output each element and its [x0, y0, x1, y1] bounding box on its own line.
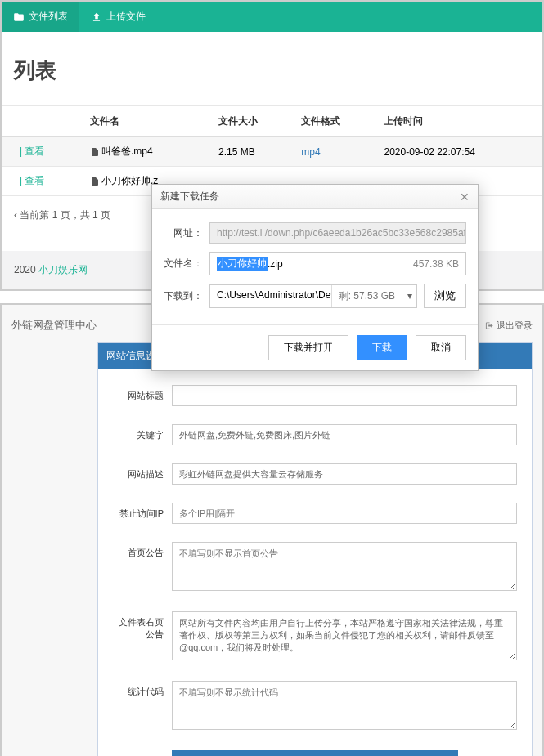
- col-uploaded: 上传时间: [377, 106, 542, 137]
- nav-upload-label: 上传文件: [106, 10, 146, 24]
- filename-input[interactable]: 小刀你好帅.zip 457.38 KB: [209, 252, 466, 275]
- notice-input[interactable]: [172, 542, 517, 591]
- keywords-input[interactable]: [172, 424, 517, 445]
- dest-remaining: 剩: 57.53 GB: [331, 285, 402, 307]
- upload-icon: [91, 11, 102, 23]
- download-modal: 新建下载任务 ✕ 网址： http://test.l /down.php/c6a…: [151, 184, 479, 371]
- top-nav: 文件列表 上传文件: [0, 0, 544, 32]
- file-uploaded: 2020-09-02 22:07:54: [377, 137, 542, 167]
- filename-highlight: 小刀你好帅: [217, 257, 268, 271]
- admin-section: 外链网盘管理中心 后台首页 文件管理 系统设置▾ 退出登录 网站信息设置: [0, 303, 544, 756]
- col-size: 文件大小: [212, 106, 294, 137]
- filename-size: 457.38 KB: [407, 258, 459, 270]
- browse-button[interactable]: 浏览: [424, 284, 466, 308]
- logout-icon: [485, 321, 494, 330]
- download-button[interactable]: 下载: [357, 335, 407, 360]
- dest-path: C:\Users\Administrator\Desktop: [210, 285, 331, 307]
- footer-site-link[interactable]: 小刀娱乐网: [38, 264, 88, 275]
- file-name: 叫爸爸.mp4: [101, 145, 153, 157]
- rightnotice-label: 文件表右页公告: [113, 611, 164, 663]
- file-format[interactable]: mp4: [301, 146, 320, 158]
- cancel-button[interactable]: 取消: [416, 335, 466, 360]
- filename-ext: .zip: [268, 258, 283, 270]
- close-icon[interactable]: ✕: [460, 190, 470, 204]
- statcode-input[interactable]: [172, 681, 517, 730]
- file-icon: [90, 177, 100, 186]
- keywords-label: 关键字: [113, 424, 164, 445]
- statcode-label: 统计代码: [113, 681, 164, 732]
- nav-file-list[interactable]: 文件列表: [2, 2, 79, 32]
- col-name: 文件名: [83, 106, 212, 137]
- url-label: 网址：: [164, 226, 203, 240]
- rightnotice-input[interactable]: [172, 611, 517, 660]
- chevron-down-icon[interactable]: ▾: [402, 285, 416, 307]
- submit-button[interactable]: 修改: [172, 750, 458, 756]
- view-link[interactable]: | 查看: [20, 145, 44, 157]
- nav-upload[interactable]: 上传文件: [79, 2, 157, 32]
- desc-input[interactable]: [172, 463, 517, 485]
- url-input[interactable]: http://test.l /down.php/c6aeeda1b26ac5bc…: [209, 222, 466, 244]
- file-size: 2.15 MB: [212, 137, 294, 167]
- modal-header: 新建下载任务 ✕: [152, 185, 478, 209]
- folder-open-icon: [13, 11, 25, 23]
- view-link[interactable]: | 查看: [20, 175, 44, 186]
- dest-input[interactable]: C:\Users\Administrator\Desktop 剩: 57.53 …: [209, 284, 417, 308]
- dest-label: 下载到：: [164, 289, 203, 303]
- admin-brand: 外链网盘管理中心: [11, 318, 97, 333]
- modal-title: 新建下载任务: [160, 190, 219, 204]
- main-section: 列表 文件名 文件大小 文件格式 上传时间 | 查看 叫爸爸.mp4 2.15 …: [0, 32, 544, 291]
- site-title-label: 网站标题: [113, 385, 164, 406]
- blockip-label: 禁止访问IP: [113, 503, 164, 524]
- notice-label: 首页公告: [113, 542, 164, 593]
- page-title: 列表: [2, 32, 542, 106]
- table-row: | 查看 叫爸爸.mp4 2.15 MB mp4 2020-09-02 22:0…: [2, 137, 542, 167]
- file-table: 文件名 文件大小 文件格式 上传时间 | 查看 叫爸爸.mp4 2.15 MB …: [2, 106, 542, 196]
- menu-logout[interactable]: 退出登录: [485, 320, 533, 332]
- filename-label: 文件名：: [164, 257, 203, 271]
- settings-panel: 网站信息设置 网站标题 关键字 网站描述 禁止访问IP 首页公告: [97, 342, 533, 756]
- desc-label: 网站描述: [113, 463, 164, 485]
- col-format: 文件格式: [294, 106, 377, 137]
- file-icon: [90, 147, 100, 157]
- file-name: 小刀你好帅.z: [101, 175, 158, 186]
- blockip-input[interactable]: [172, 503, 517, 524]
- download-open-button[interactable]: 下载并打开: [268, 335, 348, 360]
- nav-file-list-label: 文件列表: [29, 10, 68, 24]
- site-title-input[interactable]: [172, 385, 517, 406]
